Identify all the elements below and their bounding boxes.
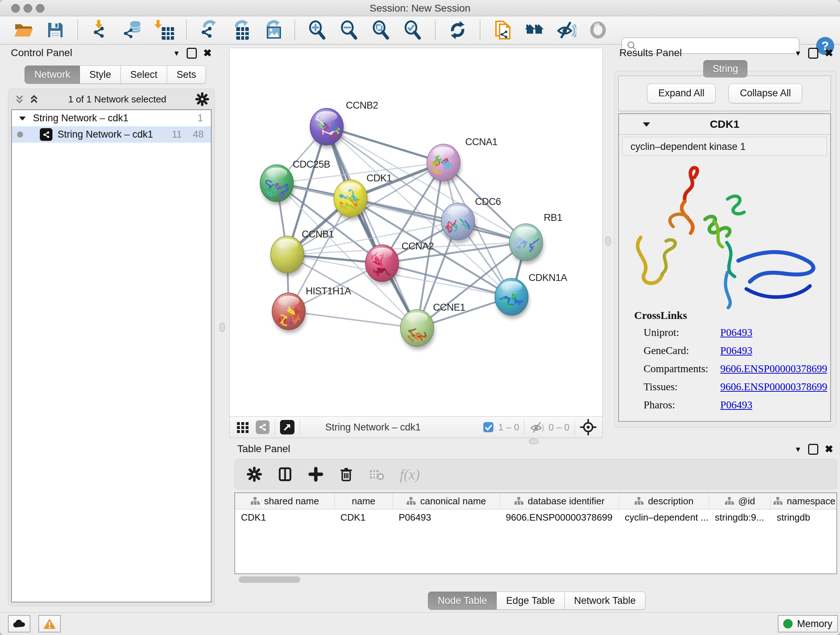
show-columns-icon[interactable] [277, 466, 294, 483]
maximize-panel-icon[interactable] [187, 48, 197, 59]
export-network-button[interactable] [198, 19, 219, 41]
delete-column-trash-icon[interactable] [338, 466, 354, 482]
left-splitter-handle[interactable] [219, 323, 225, 332]
tab-edge-table[interactable]: Edge Table [497, 592, 565, 610]
collapse-all-networks-icon[interactable] [14, 93, 25, 105]
crosslink-link[interactable]: 9606.ENSP00000378699 [720, 381, 827, 393]
column-header-description[interactable]: description [619, 493, 709, 509]
memory-label: Memory [797, 618, 832, 630]
float-panel-icon[interactable]: ▼ [173, 49, 180, 57]
tab-sets[interactable]: Sets [167, 65, 206, 84]
column-header-database-identifier[interactable]: database identifier [500, 493, 619, 509]
zoom-fit-button[interactable] [370, 19, 392, 41]
float-panel-icon[interactable]: ▼ [794, 49, 802, 57]
fit-center-crosshair-icon[interactable] [580, 419, 597, 435]
expand-all-button[interactable]: Expand All [647, 84, 716, 103]
crosslink-link[interactable]: P06493 [720, 326, 752, 338]
column-header-name[interactable]: name [335, 493, 393, 509]
network-view-icon[interactable] [256, 420, 270, 434]
zoom-in-button[interactable] [307, 19, 328, 41]
refresh-button[interactable] [447, 19, 468, 41]
tab-select[interactable]: Select [121, 65, 167, 84]
node-section-header[interactable]: CDK1 [619, 114, 830, 135]
network-edges[interactable] [277, 127, 526, 328]
crosslink-link[interactable]: 9606.ENSP00000378699 [720, 363, 827, 374]
close-panel-icon[interactable]: ✖ [203, 49, 212, 57]
network-collection-row[interactable]: String Network – cdk1 1 [12, 110, 211, 126]
node-CDKN1A[interactable] [495, 279, 529, 318]
node-table: shared namenamecanonical namedatabase id… [234, 492, 837, 574]
zoom-out-button[interactable] [339, 19, 360, 41]
node-CCNA2[interactable] [365, 245, 400, 285]
control-panel-header-icons: ▼ ✖ [173, 48, 212, 59]
network-row-selected[interactable]: String Network – cdk1 11 48 [12, 126, 211, 143]
node-CDC25B[interactable] [260, 165, 294, 205]
right-splitter-handle[interactable] [605, 236, 611, 246]
float-panel-icon[interactable]: ▼ [794, 445, 802, 454]
detach-view-icon[interactable] [280, 420, 294, 434]
network-view-statusbar: String Network – cdk1 1 – 0 0 – 0 [229, 416, 603, 438]
save-session-button[interactable] [45, 19, 66, 41]
import-network-file-button[interactable] [90, 19, 111, 41]
string-network-graph[interactable]: CCNB2CCNA1CDC25BCDK1CDC6RB1CCNB1CCNA2CDK… [230, 48, 602, 417]
node-CCNE1[interactable] [401, 310, 435, 350]
tab-style[interactable]: Style [80, 65, 121, 84]
memory-button[interactable]: Memory [778, 615, 838, 632]
column-header-namespace[interactable]: namespace [771, 493, 837, 509]
horizontal-splitter-handle[interactable] [529, 439, 538, 444]
close-panel-icon[interactable]: ✖ [825, 49, 833, 57]
table-panel-header-icons: ▼ ✖ [794, 444, 833, 455]
node-CCNB2[interactable] [310, 108, 344, 149]
maximize-panel-icon[interactable] [808, 444, 818, 455]
node-CDK1[interactable] [334, 180, 368, 220]
export-table-button[interactable] [230, 19, 251, 41]
zoom-in-icon [307, 20, 327, 40]
crosslink-link[interactable]: P06493 [720, 399, 752, 410]
open-session-button[interactable] [13, 19, 34, 41]
table-panel-title: Table Panel [237, 443, 290, 455]
warnings-button[interactable] [38, 615, 61, 632]
share-document-button[interactable] [492, 19, 513, 41]
table-toolbar: f(x) [234, 459, 837, 489]
hidden-elements-icon[interactable] [530, 421, 545, 434]
hide-graphics-button[interactable] [556, 19, 576, 41]
network-view-title: String Network – cdk1 [325, 422, 421, 433]
table-horizontal-scrollbar[interactable] [239, 576, 300, 583]
toolbar-separator [294, 20, 295, 40]
tab-node-table[interactable]: Node Table [428, 592, 497, 610]
export-image-button[interactable] [262, 19, 283, 41]
tab-network-table[interactable]: Network Table [565, 592, 646, 610]
collection-expand-icon[interactable] [19, 115, 27, 122]
table-options-gear-icon[interactable] [246, 466, 262, 482]
protein-structure-image [619, 156, 830, 309]
node-HIST1H1A[interactable] [272, 293, 306, 333]
close-panel-icon[interactable]: ✖ [825, 445, 833, 454]
grid-view-icon[interactable] [235, 420, 250, 434]
section-collapse-icon[interactable] [642, 120, 651, 128]
node-label-CCNA2: CCNA2 [401, 241, 434, 252]
cloud-button[interactable] [8, 615, 30, 632]
import-network-database-button[interactable] [122, 19, 142, 41]
add-column-icon[interactable] [308, 466, 324, 482]
maximize-panel-icon[interactable] [808, 48, 818, 59]
network-view-canvas[interactable]: CCNB2CCNA1CDC25BCDK1CDC6RB1CCNB1CCNA2CDK… [229, 48, 603, 417]
birdseye-view-button[interactable] [587, 19, 608, 41]
node-CCNA1[interactable] [427, 144, 461, 184]
network-options-gear-icon[interactable] [195, 92, 210, 106]
zoom-selected-button[interactable] [402, 19, 423, 41]
tab-network[interactable]: Network [25, 65, 80, 84]
crosslink-link[interactable]: P06493 [720, 345, 752, 356]
selected-nodes-checkbox-icon[interactable] [482, 421, 494, 433]
column-header-shared-name[interactable]: shared name [235, 493, 335, 509]
column-header-canonical-name[interactable]: canonical name [393, 493, 500, 509]
table-row[interactable]: CDK1CDK1P064939606.ENSP00000378699cyclin… [235, 509, 836, 525]
node-RB1[interactable] [509, 224, 544, 264]
home-button[interactable] [524, 19, 545, 41]
import-table-button[interactable] [153, 19, 174, 41]
column-header-id[interactable]: @id [709, 493, 771, 509]
node-CCNB1[interactable] [271, 236, 305, 276]
expand-all-networks-icon[interactable] [28, 93, 39, 105]
collapse-all-button[interactable]: Collapse All [729, 84, 802, 103]
table-cell: stringdb [771, 509, 837, 525]
tab-string[interactable]: String [703, 60, 747, 78]
